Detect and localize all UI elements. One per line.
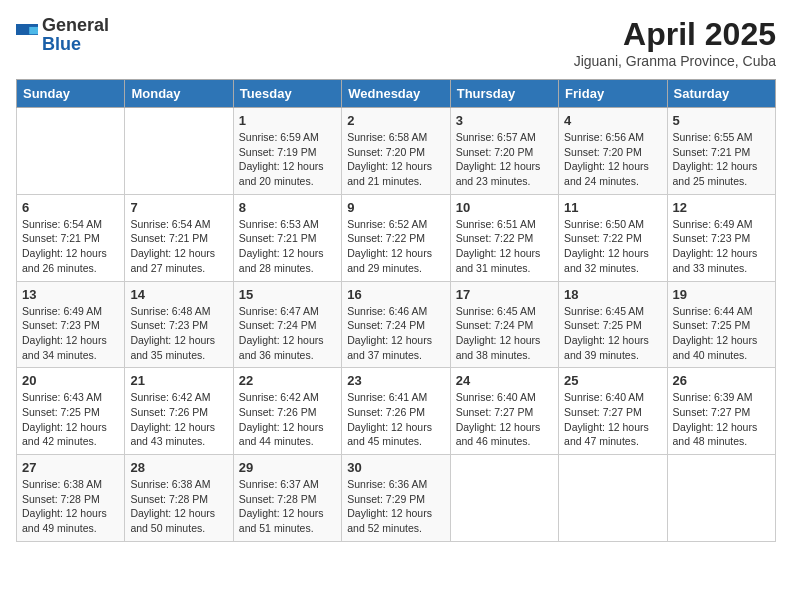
- cell-daylight: Daylight: 12 hours and 28 minutes.: [239, 247, 324, 274]
- day-number: 25: [564, 373, 661, 388]
- cell-sunrise: Sunrise: 6:52 AM: [347, 218, 427, 230]
- calendar-cell: 30 Sunrise: 6:36 AM Sunset: 7:29 PM Dayl…: [342, 455, 450, 542]
- day-number: 8: [239, 200, 336, 215]
- cell-sunrise: Sunrise: 6:58 AM: [347, 131, 427, 143]
- cell-sunset: Sunset: 7:25 PM: [673, 319, 751, 331]
- cell-daylight: Daylight: 12 hours and 25 minutes.: [673, 160, 758, 187]
- weekday-header-wednesday: Wednesday: [342, 80, 450, 108]
- calendar-cell: 26 Sunrise: 6:39 AM Sunset: 7:27 PM Dayl…: [667, 368, 775, 455]
- cell-daylight: Daylight: 12 hours and 21 minutes.: [347, 160, 432, 187]
- weekday-header-monday: Monday: [125, 80, 233, 108]
- cell-sunrise: Sunrise: 6:51 AM: [456, 218, 536, 230]
- cell-sunset: Sunset: 7:28 PM: [22, 493, 100, 505]
- cell-sunrise: Sunrise: 6:41 AM: [347, 391, 427, 403]
- cell-sunrise: Sunrise: 6:54 AM: [130, 218, 210, 230]
- cell-sunrise: Sunrise: 6:46 AM: [347, 305, 427, 317]
- cell-daylight: Daylight: 12 hours and 38 minutes.: [456, 334, 541, 361]
- subtitle: Jiguani, Granma Province, Cuba: [574, 53, 776, 69]
- day-number: 16: [347, 287, 444, 302]
- main-title: April 2025: [574, 16, 776, 53]
- cell-daylight: Daylight: 12 hours and 47 minutes.: [564, 421, 649, 448]
- cell-sunset: Sunset: 7:27 PM: [564, 406, 642, 418]
- cell-sunset: Sunset: 7:26 PM: [347, 406, 425, 418]
- cell-sunrise: Sunrise: 6:54 AM: [22, 218, 102, 230]
- calendar-cell: 2 Sunrise: 6:58 AM Sunset: 7:20 PM Dayli…: [342, 108, 450, 195]
- cell-daylight: Daylight: 12 hours and 31 minutes.: [456, 247, 541, 274]
- weekday-header-friday: Friday: [559, 80, 667, 108]
- calendar-cell: 4 Sunrise: 6:56 AM Sunset: 7:20 PM Dayli…: [559, 108, 667, 195]
- day-number: 28: [130, 460, 227, 475]
- cell-sunset: Sunset: 7:20 PM: [347, 146, 425, 158]
- cell-sunset: Sunset: 7:28 PM: [239, 493, 317, 505]
- logo-icon: [16, 24, 38, 46]
- day-number: 21: [130, 373, 227, 388]
- cell-sunset: Sunset: 7:19 PM: [239, 146, 317, 158]
- cell-sunset: Sunset: 7:26 PM: [130, 406, 208, 418]
- calendar-cell: 10 Sunrise: 6:51 AM Sunset: 7:22 PM Dayl…: [450, 194, 558, 281]
- calendar-cell: 13 Sunrise: 6:49 AM Sunset: 7:23 PM Dayl…: [17, 281, 125, 368]
- day-number: 22: [239, 373, 336, 388]
- cell-daylight: Daylight: 12 hours and 36 minutes.: [239, 334, 324, 361]
- calendar-cell: 8 Sunrise: 6:53 AM Sunset: 7:21 PM Dayli…: [233, 194, 341, 281]
- calendar-table: SundayMondayTuesdayWednesdayThursdayFrid…: [16, 79, 776, 542]
- cell-sunset: Sunset: 7:28 PM: [130, 493, 208, 505]
- cell-sunrise: Sunrise: 6:49 AM: [22, 305, 102, 317]
- weekday-header-thursday: Thursday: [450, 80, 558, 108]
- day-number: 5: [673, 113, 770, 128]
- cell-daylight: Daylight: 12 hours and 49 minutes.: [22, 507, 107, 534]
- calendar-cell: [125, 108, 233, 195]
- cell-daylight: Daylight: 12 hours and 48 minutes.: [673, 421, 758, 448]
- calendar-cell: 28 Sunrise: 6:38 AM Sunset: 7:28 PM Dayl…: [125, 455, 233, 542]
- cell-daylight: Daylight: 12 hours and 34 minutes.: [22, 334, 107, 361]
- cell-daylight: Daylight: 12 hours and 42 minutes.: [22, 421, 107, 448]
- cell-daylight: Daylight: 12 hours and 39 minutes.: [564, 334, 649, 361]
- cell-sunset: Sunset: 7:23 PM: [130, 319, 208, 331]
- day-number: 10: [456, 200, 553, 215]
- cell-daylight: Daylight: 12 hours and 35 minutes.: [130, 334, 215, 361]
- cell-sunrise: Sunrise: 6:39 AM: [673, 391, 753, 403]
- calendar-cell: [17, 108, 125, 195]
- cell-daylight: Daylight: 12 hours and 32 minutes.: [564, 247, 649, 274]
- day-number: 6: [22, 200, 119, 215]
- day-number: 2: [347, 113, 444, 128]
- day-number: 15: [239, 287, 336, 302]
- cell-sunrise: Sunrise: 6:36 AM: [347, 478, 427, 490]
- day-number: 4: [564, 113, 661, 128]
- cell-sunset: Sunset: 7:21 PM: [673, 146, 751, 158]
- cell-daylight: Daylight: 12 hours and 44 minutes.: [239, 421, 324, 448]
- cell-sunrise: Sunrise: 6:50 AM: [564, 218, 644, 230]
- weekday-header-sunday: Sunday: [17, 80, 125, 108]
- cell-daylight: Daylight: 12 hours and 45 minutes.: [347, 421, 432, 448]
- day-number: 17: [456, 287, 553, 302]
- day-number: 11: [564, 200, 661, 215]
- cell-sunrise: Sunrise: 6:53 AM: [239, 218, 319, 230]
- cell-sunset: Sunset: 7:25 PM: [22, 406, 100, 418]
- calendar-cell: 3 Sunrise: 6:57 AM Sunset: 7:20 PM Dayli…: [450, 108, 558, 195]
- cell-sunrise: Sunrise: 6:59 AM: [239, 131, 319, 143]
- calendar-cell: 17 Sunrise: 6:45 AM Sunset: 7:24 PM Dayl…: [450, 281, 558, 368]
- cell-sunset: Sunset: 7:27 PM: [673, 406, 751, 418]
- cell-sunrise: Sunrise: 6:44 AM: [673, 305, 753, 317]
- cell-sunset: Sunset: 7:21 PM: [130, 232, 208, 244]
- cell-sunrise: Sunrise: 6:47 AM: [239, 305, 319, 317]
- cell-sunrise: Sunrise: 6:56 AM: [564, 131, 644, 143]
- calendar-cell: [450, 455, 558, 542]
- cell-sunset: Sunset: 7:24 PM: [347, 319, 425, 331]
- day-number: 24: [456, 373, 553, 388]
- svg-rect-1: [16, 35, 38, 46]
- cell-sunset: Sunset: 7:27 PM: [456, 406, 534, 418]
- logo-general: General: [42, 15, 109, 35]
- cell-sunset: Sunset: 7:29 PM: [347, 493, 425, 505]
- calendar-cell: [667, 455, 775, 542]
- calendar-cell: 23 Sunrise: 6:41 AM Sunset: 7:26 PM Dayl…: [342, 368, 450, 455]
- calendar-cell: 16 Sunrise: 6:46 AM Sunset: 7:24 PM Dayl…: [342, 281, 450, 368]
- calendar-cell: 12 Sunrise: 6:49 AM Sunset: 7:23 PM Dayl…: [667, 194, 775, 281]
- logo-text: General Blue: [42, 16, 109, 54]
- cell-sunrise: Sunrise: 6:57 AM: [456, 131, 536, 143]
- cell-sunrise: Sunrise: 6:42 AM: [239, 391, 319, 403]
- weekday-header-tuesday: Tuesday: [233, 80, 341, 108]
- cell-daylight: Daylight: 12 hours and 52 minutes.: [347, 507, 432, 534]
- cell-sunset: Sunset: 7:23 PM: [673, 232, 751, 244]
- calendar-cell: 21 Sunrise: 6:42 AM Sunset: 7:26 PM Dayl…: [125, 368, 233, 455]
- cell-daylight: Daylight: 12 hours and 24 minutes.: [564, 160, 649, 187]
